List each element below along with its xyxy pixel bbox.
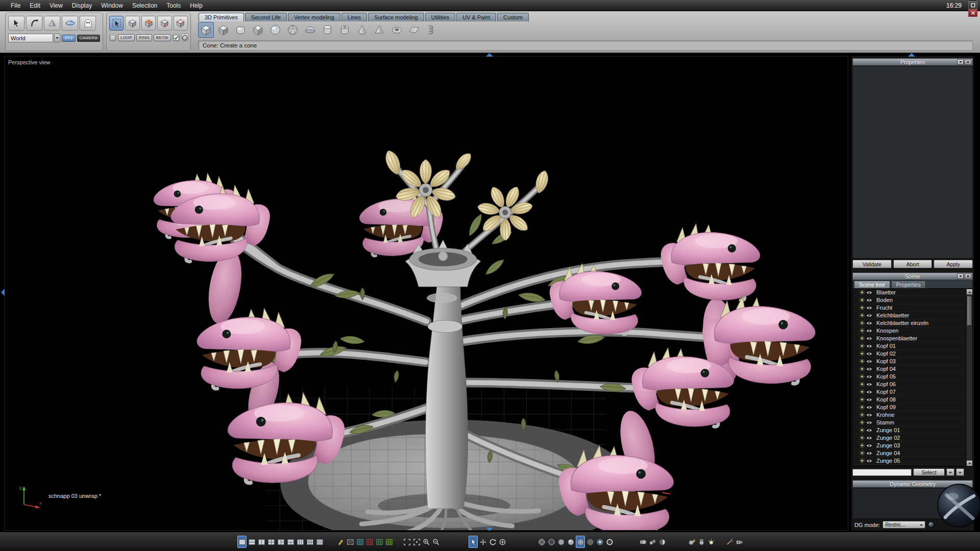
scene-panel-header[interactable]: Scene: [852, 272, 973, 280]
visibility-eye-icon[interactable]: [866, 336, 872, 341]
render-lamp-icon[interactable]: [860, 366, 865, 371]
dolly-zoom-icon[interactable]: [498, 536, 507, 548]
primitive-pyramid-icon[interactable]: [372, 22, 387, 38]
shade-outline-icon[interactable]: [605, 536, 614, 548]
visibility-eye-icon[interactable]: [866, 290, 872, 295]
wedge-icon[interactable]: [44, 16, 60, 31]
render-lamp-icon[interactable]: [860, 443, 865, 448]
scene-tree[interactable]: BlaetterBodenFruchtKelchblaetterKelchbla…: [852, 288, 973, 467]
visibility-eye-icon[interactable]: [866, 306, 872, 310]
render-lamp-icon[interactable]: [860, 374, 865, 379]
menu-help[interactable]: Help: [185, 1, 207, 11]
menu-view[interactable]: View: [45, 1, 67, 11]
orbit-rotate-icon[interactable]: [488, 536, 497, 548]
render-lamp-icon[interactable]: [860, 313, 865, 318]
orbit-sphere-icon[interactable]: [62, 16, 78, 31]
tab-vertex-modeling[interactable]: Vertex modeling: [288, 13, 340, 21]
wire-overlay-icon[interactable]: [336, 536, 345, 548]
tab-uv-paint[interactable]: UV & Paint: [456, 13, 496, 21]
primitive-block-icon[interactable]: [215, 22, 231, 38]
render-lamp-icon[interactable]: [860, 420, 865, 425]
primitive-sphere-icon[interactable]: [267, 22, 283, 38]
scene-tree-item-blaetter[interactable]: Blaetter: [853, 289, 966, 296]
render-lamp-icon[interactable]: [860, 320, 865, 325]
vertex-mode-icon[interactable]: [174, 16, 188, 31]
render-lamp-icon[interactable]: [860, 405, 865, 410]
panel-collapse-icon[interactable]: [957, 59, 964, 65]
render-lamp-icon[interactable]: [860, 297, 865, 303]
primitive-grid-cube-icon[interactable]: [250, 22, 266, 38]
panel-collapse-handle-left[interactable]: [1, 289, 5, 296]
render-lamp-icon[interactable]: [860, 336, 865, 341]
frame-all-icon[interactable]: [402, 536, 411, 548]
select-arrow-icon[interactable]: [8, 16, 24, 31]
visibility-eye-icon[interactable]: [866, 443, 872, 448]
tab-second-life[interactable]: Second Life: [245, 13, 287, 21]
vp-split-t-icon[interactable]: [286, 536, 295, 548]
visibility-eye-icon[interactable]: [866, 420, 872, 425]
shade-wire-icon[interactable]: [537, 536, 546, 548]
primitive-rounded-cube-icon[interactable]: [233, 22, 249, 38]
render-lamp-icon[interactable]: [860, 435, 865, 440]
visibility-eye-icon[interactable]: [866, 321, 872, 325]
render-lamp-icon[interactable]: [860, 389, 865, 394]
scene-tree-item-krohne[interactable]: Krohne: [853, 411, 966, 419]
tab-custom[interactable]: Custom: [497, 13, 529, 21]
xyz-button[interactable]: XYZ: [62, 35, 75, 42]
render-lamp-icon[interactable]: [860, 359, 865, 364]
shade-smooth-icon[interactable]: [566, 536, 575, 548]
pan-hand-icon[interactable]: [478, 536, 487, 548]
between-button[interactable]: BETW: [154, 34, 171, 41]
grid-green-icon[interactable]: [375, 536, 384, 548]
visibility-eye-icon[interactable]: [866, 451, 872, 456]
primitive-plane-icon[interactable]: [406, 22, 422, 38]
grid-teal-icon[interactable]: [355, 536, 364, 548]
tab-utilities[interactable]: Utilities: [425, 13, 455, 21]
scene-tree-item-kopf-07[interactable]: Kopf 07: [853, 388, 966, 396]
render-lamp-icon[interactable]: [860, 450, 865, 456]
visibility-eye-icon[interactable]: [866, 329, 872, 333]
select-button[interactable]: Select: [913, 468, 945, 476]
scene-tree-item-kelchblaetter[interactable]: Kelchblaetter: [853, 312, 966, 319]
vp-cols3-icon[interactable]: [296, 536, 305, 548]
window-close-button[interactable]: [968, 9, 977, 17]
scene-tab-scene-tree[interactable]: Scene tree: [854, 281, 890, 288]
scene-tree-item-zunge-04[interactable]: Zunge 04: [853, 449, 966, 457]
scene-tab-properties[interactable]: Properties: [891, 281, 926, 288]
vp-grid4-icon[interactable]: [266, 536, 276, 548]
frame-selection-icon[interactable]: [412, 536, 421, 548]
menu-selection[interactable]: Selection: [128, 1, 162, 11]
visibility-eye-icon[interactable]: [866, 428, 872, 433]
loop-button[interactable]: LOOP: [118, 34, 135, 41]
validate-button[interactable]: Validate: [852, 260, 892, 268]
scene-tree-item-stamm[interactable]: Stamm: [853, 419, 966, 427]
scene-tree-item-zunge-01[interactable]: Zunge 01: [853, 427, 966, 434]
vp-split-l-icon[interactable]: [276, 536, 285, 548]
abort-button[interactable]: Abort: [893, 260, 933, 268]
panel-collapse-icon[interactable]: [957, 273, 964, 279]
menu-tools[interactable]: Tools: [162, 1, 185, 11]
dg-mini-sphere-icon[interactable]: [928, 521, 935, 528]
face-mode-icon[interactable]: [141, 16, 156, 31]
scene-tree-item-kopf-01[interactable]: Kopf 01: [853, 342, 966, 350]
check-toggle-icon[interactable]: [173, 34, 180, 41]
sphere-light-icon[interactable]: [706, 536, 716, 548]
marquee-icon[interactable]: [109, 34, 116, 41]
visibility-eye-icon[interactable]: [866, 367, 872, 371]
visibility-eye-icon[interactable]: [866, 352, 872, 356]
window-maximize-button[interactable]: [968, 2, 977, 9]
panel-close-icon[interactable]: [965, 59, 971, 65]
spheres-pair-icon[interactable]: [648, 536, 657, 548]
vp-cols2-icon[interactable]: [257, 536, 266, 548]
scene-tree-item-knospenblaetter[interactable]: Knospenblaetter: [853, 335, 966, 342]
scene-tree-scrollbar[interactable]: [966, 289, 972, 466]
tab-lines[interactable]: Lines: [341, 13, 367, 21]
shade-flat-icon[interactable]: [556, 536, 566, 548]
sphere-grab-icon[interactable]: [697, 536, 706, 548]
tab-surface-modeling[interactable]: Surface modeling: [368, 13, 424, 21]
shade-xray-icon[interactable]: [595, 536, 604, 548]
visibility-eye-icon[interactable]: [866, 390, 872, 394]
vp-rows3-icon[interactable]: [315, 536, 324, 548]
apply-button[interactable]: Apply: [934, 260, 973, 268]
visibility-eye-icon[interactable]: [866, 397, 872, 402]
